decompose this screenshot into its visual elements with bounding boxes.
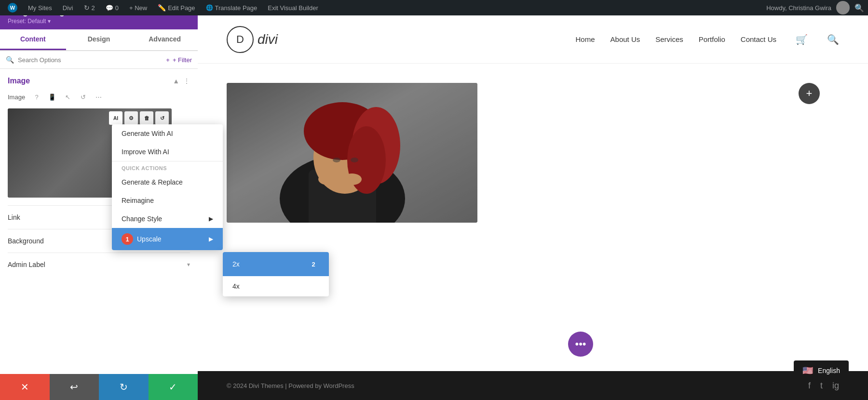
svg-point-17 (342, 173, 362, 185)
translate-page-label: Translate Page (215, 4, 258, 12)
tab-design[interactable]: Design (66, 29, 132, 50)
logo-text: divi (258, 32, 278, 47)
reset-icon[interactable]: ↺ (77, 91, 89, 103)
ctx-generate-ai[interactable]: Generate With AI (112, 124, 223, 143)
filter-button[interactable]: + + Filter (166, 56, 192, 64)
change-style-label: Change Style (122, 215, 162, 223)
upscale-2x-badge: 2 (308, 258, 319, 270)
section-more-btn[interactable]: ⋮ (183, 77, 190, 85)
cart-icon[interactable]: 🛒 (796, 34, 808, 45)
filter-label: + Filter (172, 56, 192, 64)
svg-point-14 (333, 158, 340, 162)
svg-point-3 (68, 123, 111, 171)
undo-icon: ↩ (70, 381, 78, 393)
site-nav: D divi Home About Us Services Portfolio … (198, 15, 868, 64)
nav-portfolio[interactable]: Portfolio (699, 35, 725, 43)
add-icon: + (806, 87, 813, 100)
nav-about[interactable]: About Us (610, 35, 640, 43)
pointer-icon[interactable]: ↖ (62, 91, 73, 103)
fab-icon: ••• (575, 338, 586, 350)
save-button[interactable]: ✓ (149, 374, 198, 400)
upscale-2x-label: 2x (232, 260, 240, 268)
redo-icon: ↻ (120, 381, 128, 393)
cancel-button[interactable]: ✕ (0, 374, 50, 400)
delete-tool-btn[interactable]: 🗑 (140, 111, 153, 125)
facebook-icon[interactable]: f (808, 381, 811, 391)
svg-point-15 (351, 158, 358, 162)
tab-content[interactable]: Content (0, 29, 66, 50)
translate-page-btn[interactable]: 🌐 Translate Page (202, 0, 261, 15)
panel-search: 🔍 + + Filter (0, 51, 198, 69)
undo-button[interactable]: ↩ (50, 374, 99, 400)
section-controls: ▲ ⋮ (173, 77, 190, 85)
image-section-title: Image (8, 77, 30, 85)
nav-home[interactable]: Home (576, 35, 595, 43)
divi-menu[interactable]: Divi (59, 0, 77, 15)
collapse-btn[interactable]: ▲ (173, 77, 179, 85)
more-options-icon[interactable]: ⋯ (93, 91, 104, 103)
upscale-submenu: 2x 2 4x (223, 252, 329, 296)
settings-tool-btn[interactable]: ⚙ (124, 111, 138, 125)
help-icon[interactable]: ? (31, 91, 42, 103)
main-content: D divi Home About Us Services Portfolio … (198, 15, 868, 400)
logo-letter: D (236, 33, 244, 46)
ai-tool-btn[interactable]: AI (109, 111, 122, 125)
language-label: English (818, 367, 840, 374)
admin-label-header[interactable]: Admin Label ▾ (8, 261, 190, 268)
reimagine-label: Reimagine (122, 197, 154, 204)
edit-page-label: Edit Page (168, 4, 195, 12)
search-admin-icon[interactable]: 🔍 (854, 3, 864, 13)
background-title: Background (8, 237, 44, 245)
site-logo: D divi (227, 26, 278, 53)
nav-services[interactable]: Services (655, 35, 683, 43)
change-style-arrow-icon: ▶ (209, 215, 213, 222)
language-selector[interactable]: 🇺🇸 English (794, 360, 849, 381)
mobile-icon[interactable]: 📱 (46, 91, 58, 103)
context-menu: Generate With AI Improve With AI Quick A… (112, 124, 223, 250)
wp-logo[interactable]: W (4, 0, 21, 15)
comments-count: 0 (115, 4, 119, 12)
save-icon: ✓ (169, 381, 177, 393)
divi-label: Divi (63, 4, 73, 12)
add-content-button[interactable]: + (799, 83, 820, 104)
svg-point-4 (66, 118, 114, 152)
ctx-reimagine[interactable]: Reimagine (112, 191, 223, 210)
instagram-icon[interactable]: ig (832, 381, 839, 391)
admin-label-title: Admin Label (8, 261, 45, 268)
ctx-upscale[interactable]: 1 Upscale ▶ (112, 228, 223, 250)
main-image (227, 83, 477, 223)
search-input[interactable] (18, 56, 162, 64)
comments-btn[interactable]: 💬 0 (102, 0, 122, 15)
cancel-icon: ✕ (21, 381, 29, 393)
twitter-icon[interactable]: t (820, 381, 823, 391)
link-title: Link (8, 213, 20, 221)
my-sites-label: My Sites (28, 4, 52, 12)
my-sites-menu[interactable]: My Sites (24, 0, 56, 15)
update-counter[interactable]: ↻ 2 (80, 0, 99, 15)
upscale-2x[interactable]: 2x 2 (223, 252, 329, 276)
redo-button[interactable]: ↻ (99, 374, 149, 400)
quick-actions-label: Quick Actions (112, 161, 223, 173)
admin-label-arrow-icon: ▾ (187, 261, 190, 268)
new-btn[interactable]: + New (125, 0, 151, 15)
ctx-improve-ai[interactable]: Improve With AI (112, 143, 223, 161)
edit-page-btn[interactable]: ✏️ Edit Page (154, 0, 199, 15)
tab-advanced[interactable]: Advanced (132, 29, 198, 50)
search-icon-nav[interactable]: 🔍 (827, 34, 839, 45)
site-nav-links: Home About Us Services Portfolio Contact… (576, 34, 839, 45)
admin-bar: W My Sites Divi ↻ 2 💬 0 + New ✏️ Edit Pa… (0, 0, 868, 15)
fab-button[interactable]: ••• (568, 332, 593, 357)
nav-contact[interactable]: Contact Us (741, 35, 776, 43)
upscale-4x[interactable]: 4x (223, 276, 329, 296)
exit-builder-btn[interactable]: Exit Visual Builder (264, 0, 322, 15)
undo-tool-btn[interactable]: ↺ (155, 111, 169, 125)
ctx-generate-replace[interactable]: Generate & Replace (112, 173, 223, 191)
upscale-badge: 1 (122, 233, 133, 245)
main-image-container (227, 83, 477, 223)
image-section-header: Image ▲ ⋮ (8, 77, 190, 85)
footer-copyright: © 2024 Divi Themes | Powered by WordPres… (227, 382, 354, 389)
ctx-change-style[interactable]: Change Style ▶ (112, 210, 223, 228)
site-footer: © 2024 Divi Themes | Powered by WordPres… (198, 371, 868, 400)
upscale-label: Upscale (137, 235, 162, 243)
panel-preset[interactable]: Preset: Default ▾ (8, 18, 190, 25)
